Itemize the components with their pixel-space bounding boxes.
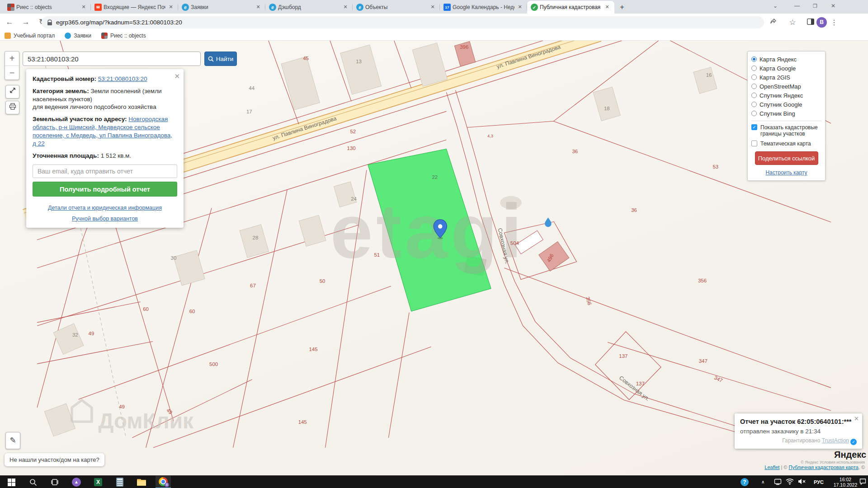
language-indicator[interactable]: РУС — [814, 479, 824, 485]
new-tab-button[interactable]: + — [616, 1, 628, 13]
taskbar-calculator-icon[interactable] — [112, 476, 127, 488]
parcel-number-label: 52 — [350, 129, 356, 134]
cast-icon[interactable] — [774, 478, 782, 487]
report-details-link[interactable]: Детали отчета и юридическая информация — [48, 205, 162, 211]
parcel-number-label: 60 — [189, 309, 195, 314]
notification-center-icon[interactable] — [859, 478, 866, 487]
search-input[interactable] — [23, 52, 201, 66]
configure-map-link[interactable]: Настроить карту — [751, 169, 821, 176]
layer-option-2[interactable]: Карта 2GIS — [751, 73, 821, 81]
browser-toolbar: ← → ↻ egrp365.org/map/?kadnum=53:21:0080… — [0, 14, 868, 31]
report-notification: ✕ Отчет на участок 62:05:0640101:*** отп… — [735, 413, 862, 449]
url-bar[interactable]: egrp365.org/map/?kadnum=53:21:0080103:20 — [42, 16, 764, 28]
layer-checkbox-0[interactable]: ✓Показать кадастровые границы участков — [751, 124, 821, 137]
radio-icon[interactable] — [751, 56, 757, 62]
bookmark-item-0[interactable]: Учебный портал — [5, 33, 55, 39]
taskbar-search-icon[interactable] — [25, 476, 41, 488]
measure-button[interactable] — [5, 85, 19, 99]
notification-close-icon[interactable]: ✕ — [854, 415, 859, 422]
taskbar-file-explorer-icon[interactable] — [134, 476, 149, 488]
window-restore-button[interactable]: ❐ — [807, 0, 823, 13]
browser-tab-1[interactable]: ✉Входящие — Яндекс Почта✕ — [91, 1, 178, 14]
browser-tab-2[interactable]: eЗаявки✕ — [178, 1, 265, 14]
layer-checkbox-1[interactable]: Тематическая карта — [751, 141, 821, 147]
draw-pencil-button[interactable]: ✎ — [5, 432, 20, 449]
tab-search-chevron-icon[interactable]: ⌄ — [768, 0, 783, 13]
window-minimize-button[interactable]: — — [789, 0, 805, 13]
browser-tab-6[interactable]: ✓Публичная кадастровая карта✕ — [527, 1, 614, 14]
checkbox-icon[interactable] — [751, 141, 757, 146]
map[interactable]: etagi ул. Павлина Виноградоваул. Павлина… — [0, 41, 868, 475]
tab-close-icon[interactable]: ✕ — [255, 4, 262, 11]
wifi-icon[interactable] — [786, 478, 794, 487]
radio-icon[interactable] — [751, 102, 757, 107]
radio-icon[interactable] — [751, 66, 757, 71]
taskbar-start-icon[interactable] — [4, 476, 19, 488]
hidden-icons-help-icon[interactable]: ? — [741, 478, 749, 486]
layer-option-3[interactable]: OpenStreetMap — [751, 82, 821, 90]
tab-close-icon[interactable]: ✕ — [80, 4, 87, 11]
radio-icon[interactable] — [751, 111, 757, 116]
bookmark-item-1[interactable]: Заявки — [65, 33, 91, 39]
zoom-in-button[interactable]: + — [5, 52, 19, 66]
share-icon[interactable] — [769, 18, 778, 28]
back-button[interactable]: ← — [3, 15, 16, 29]
forward-button[interactable]: → — [19, 15, 33, 29]
taskbar-excel-icon[interactable]: X — [90, 476, 106, 488]
tab-title: Объекты — [365, 4, 427, 10]
radio-icon[interactable] — [751, 75, 757, 80]
taskbar-chrome-icon[interactable]: B — [156, 476, 171, 488]
bookmark-item-2[interactable]: Риес :: objects — [101, 33, 146, 39]
manual-choice-link[interactable]: Ручной выбор вариантов — [72, 216, 138, 222]
browser-menu-kebab-icon[interactable]: ⋮ — [829, 18, 839, 28]
tab-close-icon[interactable]: ✕ — [516, 4, 524, 11]
kadnum-link[interactable]: 53:21:0080103:20 — [98, 75, 147, 82]
parcel-number-label: 50 — [320, 278, 326, 284]
share-link-button[interactable]: Поделиться ссылкой — [755, 151, 818, 165]
tray-chevron-icon[interactable]: ∧ — [761, 479, 764, 484]
zoom-out-button[interactable]: − — [5, 66, 19, 80]
bookmark-label: Риес :: objects — [110, 33, 146, 39]
taskbar-app-purple-icon[interactable]: ▲ — [69, 476, 84, 488]
profile-avatar[interactable]: B — [816, 17, 827, 28]
layer-option-1[interactable]: Карта Google — [751, 64, 821, 72]
parcel-number-label: 17 — [246, 109, 252, 114]
parcel-number-label: 28 — [253, 235, 259, 240]
tab-close-icon[interactable]: ✕ — [342, 4, 349, 11]
radio-icon[interactable] — [751, 84, 757, 89]
leaflet-link[interactable]: Leaflet — [764, 465, 779, 470]
layer-option-4[interactable]: Спутник Яндекс — [751, 91, 821, 99]
tab-close-icon[interactable]: ✕ — [429, 4, 436, 11]
print-button[interactable] — [5, 101, 19, 114]
yandex-terms[interactable]: © Яндекс Условия использования — [801, 460, 865, 465]
side-panel-icon[interactable] — [806, 18, 816, 28]
get-report-button[interactable]: Получить подробный отчет — [33, 182, 177, 197]
browser-tab-0[interactable]: Риес :: objects✕ — [4, 1, 91, 14]
guarantee-label: Гарантировано — [782, 437, 820, 444]
trustaction-link[interactable]: TrustAction — [822, 437, 849, 444]
window-close-button[interactable]: ✕ — [826, 0, 841, 13]
taskbar-task-view-icon[interactable] — [47, 476, 62, 488]
address-label: Земельный участок по адресу: — [33, 116, 127, 122]
panel-close-icon[interactable]: ✕ — [174, 72, 180, 81]
volume-muted-icon[interactable] — [798, 478, 807, 487]
pkk-link[interactable]: Публичная кадастровая карта — [789, 465, 859, 470]
radio-icon[interactable] — [751, 93, 757, 98]
email-field[interactable] — [33, 164, 177, 178]
bookmark-star-icon[interactable]: ☆ — [788, 18, 797, 28]
layer-option-0[interactable]: Карта Яндекс — [751, 55, 821, 63]
layer-option-5[interactable]: Спутник Google — [751, 100, 821, 108]
search-button[interactable]: Найти — [204, 52, 237, 66]
tab-title: Google Календарь - Неделя: 1 — [453, 4, 514, 10]
parcel-number-label: 396 — [460, 44, 468, 50]
svg-text:ДомКлик: ДомКлик — [98, 409, 193, 433]
browser-tab-5[interactable]: 17Google Календарь - Неделя: 1✕ — [440, 1, 527, 14]
browser-tab-4[interactable]: eОбъекты✕ — [353, 1, 440, 14]
checkbox-icon[interactable]: ✓ — [751, 124, 757, 130]
not-found-tooltip[interactable]: Не нашли участок/дом на карте? — [5, 453, 104, 466]
browser-tab-3[interactable]: eДэшборд✕ — [265, 1, 353, 14]
taskbar-clock[interactable]: 16:02 17.10.2022 — [831, 477, 860, 488]
tab-close-icon[interactable]: ✕ — [604, 4, 611, 11]
tab-close-icon[interactable]: ✕ — [167, 4, 175, 11]
layer-option-6[interactable]: Спутник Bing — [751, 109, 821, 117]
